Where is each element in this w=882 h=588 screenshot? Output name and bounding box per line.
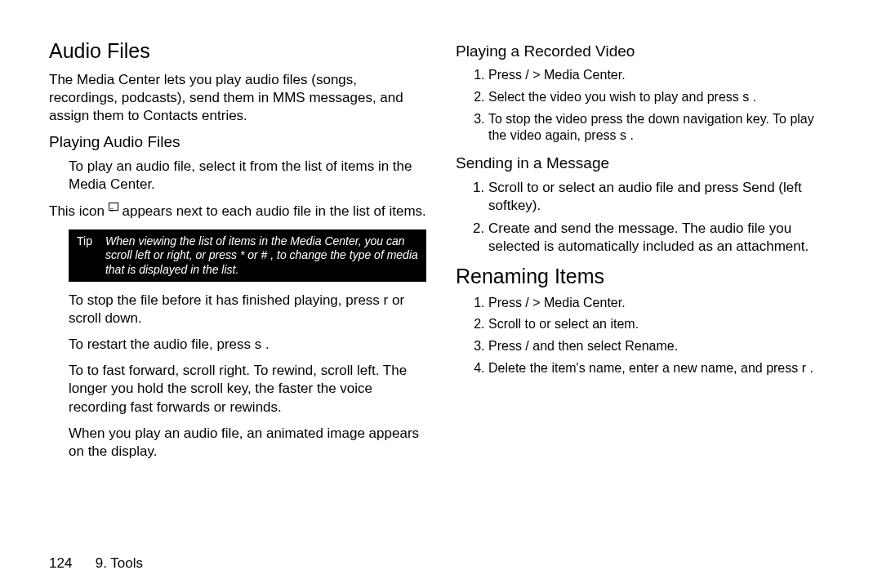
send-step-1: Scroll to or select an audio file and pr… bbox=[488, 179, 833, 215]
rename-steps: Press / > Media Center. Scroll to or sel… bbox=[456, 295, 833, 377]
rename-step-4: Delete the item's name, enter a new name… bbox=[488, 360, 833, 377]
icon-line-before: This icon bbox=[49, 203, 109, 219]
tip-box: Tip When viewing the list of items in th… bbox=[69, 229, 426, 283]
subheading-playing-video: Playing a Recorded Video bbox=[456, 42, 833, 60]
ff-rewind-instruction: To to fast forward, scroll right. To rew… bbox=[49, 362, 426, 416]
manual-page: Audio Files The Media Center lets you pl… bbox=[0, 0, 882, 588]
audio-file-icon bbox=[109, 203, 118, 211]
rename-step-3: Press / and then select Rename. bbox=[488, 338, 833, 355]
section-label: 9. Tools bbox=[96, 555, 143, 571]
rename-step-2: Scroll to or select an item. bbox=[488, 316, 833, 333]
video-step-1: Press / > Media Center. bbox=[488, 67, 833, 84]
video-steps: Press / > Media Center. Select the video… bbox=[456, 67, 833, 145]
video-step-2: Select the video you wish to play and pr… bbox=[488, 89, 833, 106]
left-column: Audio Files The Media Center lets you pl… bbox=[49, 39, 426, 547]
send-step-2: Create and send the message. The audio f… bbox=[488, 220, 833, 256]
subheading-playing-audio: Playing Audio Files bbox=[49, 133, 426, 151]
tip-text: When viewing the list of items in the Me… bbox=[105, 234, 418, 278]
send-steps: Scroll to or select an audio file and pr… bbox=[456, 179, 833, 256]
heading-audio-files: Audio Files bbox=[49, 39, 426, 63]
rename-step-1: Press / > Media Center. bbox=[488, 295, 833, 312]
tip-label: Tip bbox=[77, 234, 105, 249]
page-footer: 124 9. Tools bbox=[49, 547, 833, 572]
right-column: Playing a Recorded Video Press / > Media… bbox=[456, 39, 833, 547]
playing-instruction: To play an audio file, select it from th… bbox=[49, 158, 426, 194]
restart-instruction: To restart the audio file, press s . bbox=[49, 336, 426, 354]
subheading-send-message: Sending in a Message bbox=[456, 154, 833, 172]
page-number: 124 bbox=[49, 555, 72, 571]
video-step-3: To stop the video press the down navigat… bbox=[488, 111, 833, 145]
intro-paragraph: The Media Center lets you play audio fil… bbox=[49, 71, 426, 125]
icon-line-after: appears next to each audio file in the l… bbox=[118, 203, 426, 219]
heading-renaming: Renaming Items bbox=[456, 265, 833, 288]
two-column-layout: Audio Files The Media Center lets you pl… bbox=[49, 39, 833, 547]
stop-instruction: To stop the file before it has finished … bbox=[49, 292, 426, 327]
icon-line: This icon appears next to each audio fil… bbox=[49, 202, 426, 220]
animated-image-note: When you play an audio file, an animated… bbox=[49, 425, 426, 461]
